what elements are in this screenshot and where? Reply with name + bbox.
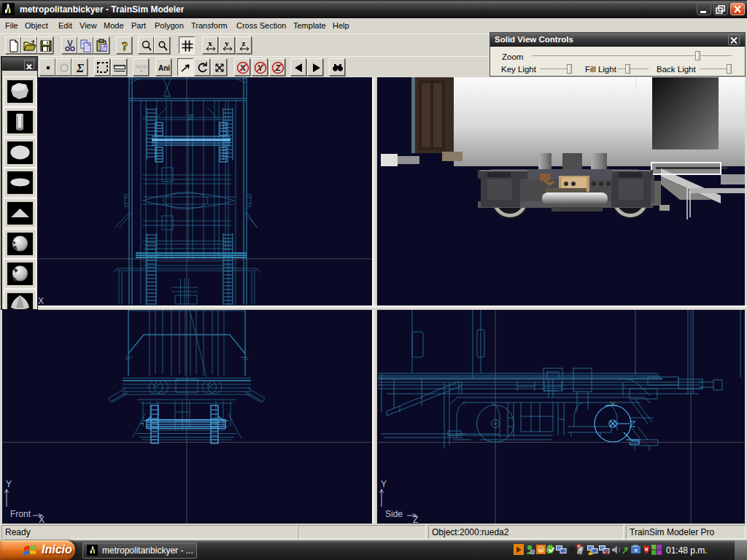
svg-text:Ani: Ani [158,64,170,72]
svg-text:?: ? [122,39,128,53]
svg-text:Side: Side [385,509,403,519]
svg-text:z: z [242,39,246,47]
svg-text:Y: Y [6,479,12,489]
svg-text:ADD: ADD [135,63,148,70]
svg-text:y: y [225,39,229,47]
svg-text:Front: Front [10,509,31,519]
svg-text:Z: Z [413,515,418,524]
svg-text:Σ: Σ [76,62,84,74]
svg-text:X: X [38,296,44,305]
svg-text:X: X [39,515,44,524]
svg-text:Y: Y [381,479,387,489]
svg-text:x: x [208,39,212,47]
